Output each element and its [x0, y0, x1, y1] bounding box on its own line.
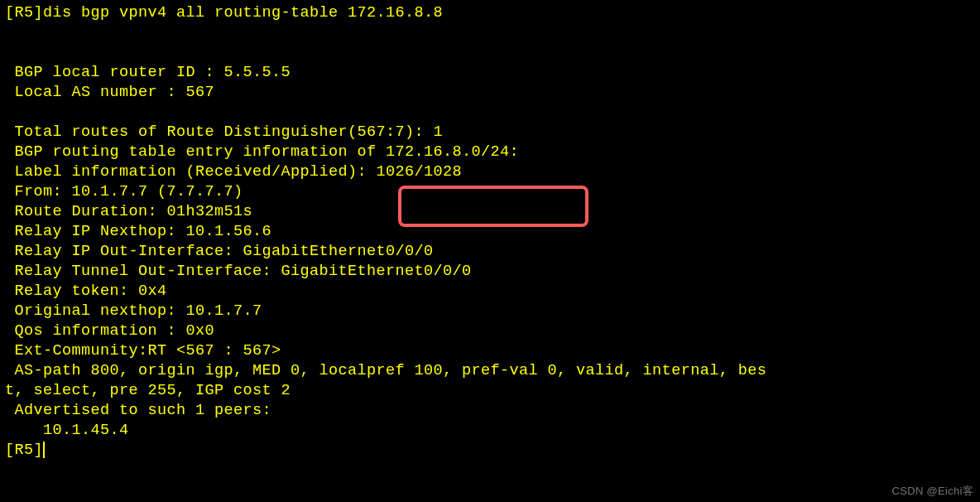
output-line: Local AS number : 567 [5, 84, 214, 101]
watermark-text: CSDN @Eichi客 [892, 484, 973, 499]
output-line: 10.1.45.4 [5, 422, 129, 439]
output-line: Ext-Community:RT <567 : 567> [5, 342, 281, 360]
terminal-output[interactable]: [R5]dis bgp vpnv4 all routing-table 172.… [0, 0, 980, 464]
prompt: [R5] [5, 442, 43, 459]
output-line: BGP local router ID : 5.5.5.5 [5, 64, 291, 81]
label-info-line: Label information (Received/Applied): 10… [5, 163, 462, 181]
output-line: AS-path 800, origin igp, MED 0, localpre… [5, 362, 766, 379]
output-line: Total routes of Route Distinguisher(567:… [5, 123, 443, 141]
prompt: [R5] [5, 4, 43, 22]
output-line: Original nexthop: 10.1.7.7 [5, 302, 262, 320]
output-line: Route Duration: 01h32m51s [5, 203, 252, 220]
output-line: Qos information : 0x0 [5, 322, 214, 340]
output-line: From: 10.1.7.7 (7.7.7.7) [5, 183, 243, 200]
output-line: Relay token: 0x4 [5, 282, 167, 300]
command-text: dis bgp vpnv4 all routing-table 172.16.8… [43, 4, 443, 22]
label-info-value: 1026/1028 [377, 163, 463, 181]
output-line: Relay IP Out-Interface: GigabitEthernet0… [5, 243, 434, 260]
output-line: BGP routing table entry information of 1… [5, 143, 519, 161]
cursor [43, 442, 45, 458]
output-line: Relay Tunnel Out-Interface: GigabitEther… [5, 263, 472, 280]
output-line: t, select, pre 255, IGP cost 2 [5, 382, 291, 399]
output-line: Relay IP Nexthop: 10.1.56.6 [5, 223, 271, 240]
output-line: Advertised to such 1 peers: [5, 402, 271, 419]
